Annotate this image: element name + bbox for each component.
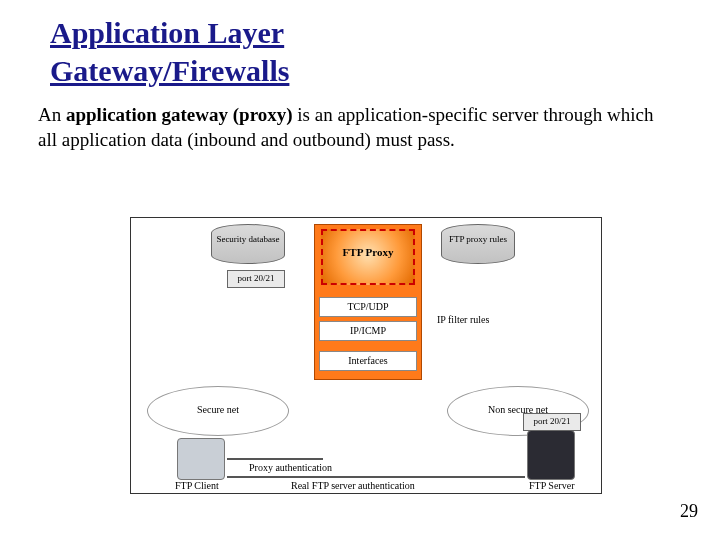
tcp-udp-layer: TCP/UDP	[319, 297, 417, 317]
title-line1: Application Layer	[50, 16, 284, 49]
port-left: port 20/21	[227, 270, 285, 288]
secure-net-cloud: Secure net	[147, 386, 289, 436]
port-right: port 20/21	[523, 413, 581, 431]
arrow-proxy-auth	[227, 458, 323, 460]
ftp-client-label: FTP Client	[175, 480, 219, 491]
slide-title: Application Layer Gateway/Firewalls	[50, 14, 720, 89]
ftp-server-label: FTP Server	[529, 480, 574, 491]
real-auth-label: Real FTP server authentication	[291, 480, 415, 491]
ftp-client-icon	[177, 438, 225, 480]
interfaces-layer: Interfaces	[319, 351, 417, 371]
ip-icmp-layer: IP/ICMP	[319, 321, 417, 341]
ftp-proxy-rules-icon: FTP proxy rules	[441, 224, 515, 264]
ftp-server-icon	[527, 430, 575, 480]
arrow-real-auth	[227, 476, 525, 478]
bold-phrase: application gateway (proxy)	[66, 104, 293, 125]
security-database-icon: Security database	[211, 224, 285, 264]
title-line2: Gateway/Firewalls	[50, 54, 289, 87]
ftp-proxy-box: FTP Proxy	[321, 229, 415, 285]
architecture-diagram: Security database FTP proxy rules port 2…	[130, 217, 602, 494]
body-paragraph: An application gateway (proxy) is an app…	[38, 103, 670, 152]
page-number: 29	[680, 501, 698, 522]
proxy-auth-label: Proxy authentication	[249, 462, 332, 473]
ip-filter-label: IP filter rules	[437, 314, 489, 325]
gateway-stack: FTP Proxy TCP/UDP IP/ICMP Interfaces	[314, 224, 422, 380]
